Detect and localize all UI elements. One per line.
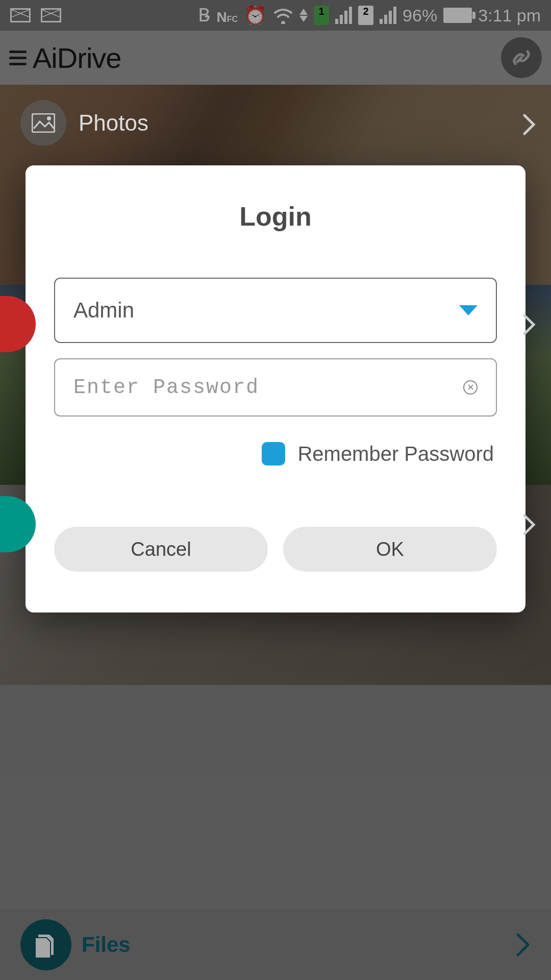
- login-dialog: Login Admin Enter Password ✕ Remember Pa…: [26, 165, 525, 612]
- chevron-right-icon: [522, 513, 536, 536]
- chevron-right-icon: [522, 113, 536, 136]
- dropdown-caret-icon: [459, 305, 478, 315]
- password-field[interactable]: Enter Password ✕: [54, 358, 497, 416]
- dialog-title: Login: [54, 201, 497, 232]
- remember-checkbox[interactable]: [262, 442, 285, 465]
- user-value: Admin: [73, 298, 134, 323]
- password-placeholder: Enter Password: [73, 376, 259, 399]
- user-dropdown[interactable]: Admin: [54, 278, 497, 343]
- chevron-right-icon: [522, 313, 536, 336]
- svg-point-1: [47, 116, 51, 120]
- photos-icon: [20, 100, 66, 146]
- cancel-button[interactable]: Cancel: [54, 527, 268, 572]
- remember-row[interactable]: Remember Password: [54, 442, 497, 465]
- ok-button[interactable]: OK: [283, 527, 497, 572]
- svg-rect-0: [32, 114, 55, 132]
- remember-label: Remember Password: [297, 443, 494, 465]
- photos-label: Photos: [79, 110, 148, 136]
- clear-icon[interactable]: ✕: [463, 380, 478, 395]
